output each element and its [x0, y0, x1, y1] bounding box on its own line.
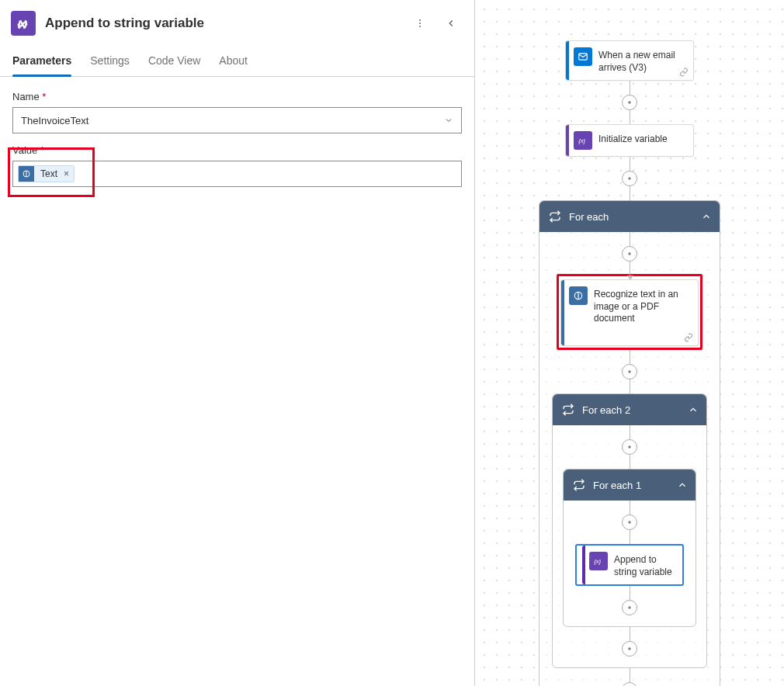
add-step-button[interactable]	[622, 439, 637, 455]
foreach2-header[interactable]: For each 2	[553, 394, 706, 425]
add-step-button[interactable]	[622, 364, 637, 379]
node-append-string[interactable]: ⋮⋮ {x} Append to string variable	[575, 544, 684, 586]
loop-icon	[573, 479, 585, 491]
chevron-left-icon	[446, 18, 456, 29]
properties-panel: {x} Append to string variable Parameters…	[0, 0, 475, 686]
collapse-button[interactable]	[440, 12, 462, 34]
svg-text:{x}: {x}	[18, 19, 27, 28]
outlook-icon	[574, 47, 592, 66]
node-initialize-variable[interactable]: {x} Initialize variable	[565, 124, 694, 157]
value-input[interactable]: Text ×	[12, 161, 462, 187]
svg-point-3	[419, 26, 421, 27]
link-icon	[679, 68, 689, 77]
svg-point-1	[419, 19, 421, 21]
more-button[interactable]	[409, 12, 431, 34]
value-label: Value *	[12, 144, 462, 156]
add-step-button[interactable]	[622, 246, 637, 262]
add-step-button[interactable]	[622, 641, 637, 657]
node-title: Append to string variable	[614, 552, 676, 578]
ai-builder-icon	[19, 166, 34, 182]
svg-point-2	[419, 23, 421, 24]
loop-icon	[562, 404, 574, 416]
form: Name * TheInvoiceText Value * Text ×	[0, 77, 474, 201]
foreach1-header[interactable]: For each 1	[564, 469, 696, 501]
chevron-up-icon	[688, 404, 699, 415]
value-token[interactable]: Text ×	[18, 165, 75, 182]
loop-icon	[549, 210, 561, 223]
node-recognize-text[interactable]: Recognize text in an image or a PDF docu…	[560, 279, 699, 346]
token-remove[interactable]: ×	[64, 168, 74, 179]
variable-icon: {x}	[574, 131, 592, 150]
flow-column: When a new email arrives (V3) {x} Initia…	[475, 40, 784, 686]
svg-text:{x}: {x}	[578, 137, 585, 144]
action-icon: {x}	[11, 11, 36, 36]
foreach1-title: For each 1	[593, 480, 686, 491]
chevron-up-icon	[701, 211, 712, 222]
add-step-button[interactable]	[622, 514, 637, 530]
add-step-button[interactable]	[622, 95, 637, 110]
chevron-down-icon	[444, 116, 453, 125]
tab-about[interactable]: About	[219, 47, 248, 76]
foreach1-container[interactable]: For each 1 ⋮⋮ {x} Append to string varia…	[563, 469, 696, 627]
name-select[interactable]: TheInvoiceText	[12, 107, 462, 133]
svg-text:{x}: {x}	[594, 558, 601, 565]
ai-builder-icon	[569, 286, 588, 305]
node-title: Recognize text in an image or a PDF docu…	[594, 286, 692, 325]
panel-header: {x} Append to string variable	[0, 0, 474, 47]
link-icon	[684, 333, 693, 342]
node-title: When a new email arrives (V3)	[598, 47, 687, 74]
tab-parameters[interactable]: Parameters	[12, 47, 71, 76]
foreach2-title: For each 2	[582, 404, 697, 416]
foreach-title: For each	[569, 211, 710, 223]
foreach-header[interactable]: For each	[539, 201, 720, 232]
flow-canvas[interactable]: When a new email arrives (V3) {x} Initia…	[475, 0, 784, 686]
name-value: TheInvoiceText	[21, 115, 88, 126]
chevron-up-icon	[677, 480, 688, 490]
foreach2-container[interactable]: For each 2 For each 1	[552, 393, 707, 668]
node-title: Initialize variable	[598, 131, 668, 146]
foreach-container[interactable]: For each Recognize text in an image or a…	[539, 200, 720, 686]
tabs: Parameters Settings Code View About	[0, 47, 474, 77]
panel-title: Append to string variable	[45, 16, 400, 31]
token-label: Text	[34, 168, 64, 179]
tab-settings[interactable]: Settings	[90, 47, 130, 76]
tab-code-view[interactable]: Code View	[148, 47, 200, 76]
add-step-button[interactable]	[622, 682, 637, 686]
more-vertical-icon	[415, 18, 425, 29]
node-email-trigger[interactable]: When a new email arrives (V3)	[565, 40, 694, 81]
add-step-button[interactable]	[622, 171, 637, 186]
add-step-button[interactable]	[622, 600, 637, 615]
recognize-highlight-box: Recognize text in an image or a PDF docu…	[557, 274, 702, 350]
name-label: Name *	[12, 91, 462, 102]
